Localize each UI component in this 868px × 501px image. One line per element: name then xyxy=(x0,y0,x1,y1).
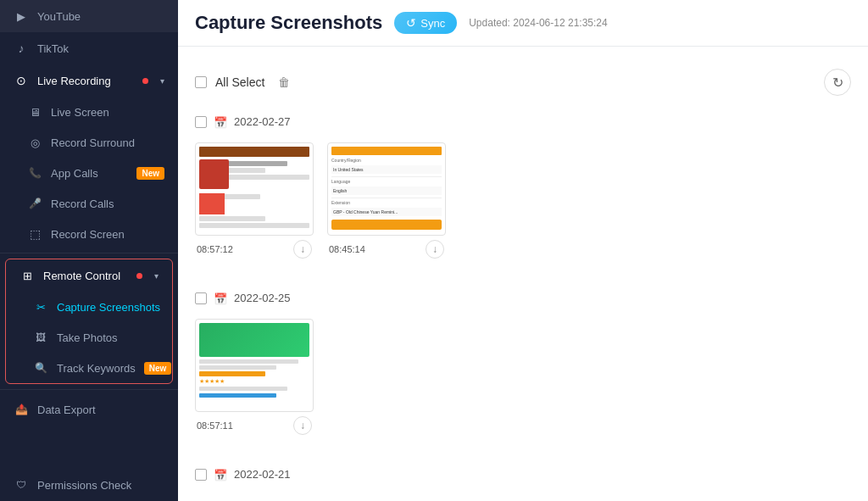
date-label-3: 2022-02-21 xyxy=(234,468,291,481)
download-button-2[interactable] xyxy=(426,240,444,259)
all-select-checkbox[interactable] xyxy=(195,76,207,88)
sidebar-item-record-surround[interactable]: Record Surround xyxy=(0,127,178,158)
sidebar-item-label: YouTube xyxy=(37,10,81,23)
screenshot-meta-1: 08:57:12 xyxy=(195,236,314,260)
sidebar-item-label: Record Calls xyxy=(51,198,114,210)
date-checkbox-1[interactable] xyxy=(195,116,207,128)
screenshots-grid-2: ★★★★★ 08:57:11 xyxy=(195,312,851,443)
all-select-bar: All Select xyxy=(195,60,851,108)
screenshot-frame-1[interactable] xyxy=(195,142,314,236)
export-icon xyxy=(14,402,29,417)
screenshot-card-1: 08:57:12 xyxy=(195,142,314,260)
shield-icon xyxy=(14,477,29,493)
sidebar-item-label: Remote Control xyxy=(43,270,120,282)
download-icon-3 xyxy=(300,420,305,431)
time-value-3: 08:57:11 xyxy=(197,420,233,431)
date-section-3: 2022-02-21 xyxy=(195,460,851,488)
sidebar-item-record-screen[interactable]: Record Screen xyxy=(0,219,178,249)
page-header: Capture Screenshots Sync Updated: 2024-0… xyxy=(178,0,868,47)
new-badge-keywords: New xyxy=(144,362,172,375)
surround-icon xyxy=(27,135,42,150)
page-title: Capture Screenshots xyxy=(195,12,382,34)
sidebar-item-app-calls[interactable]: App Calls New xyxy=(0,158,178,188)
sidebar: YouTube TikTok Live Recording ▾ Live Scr… xyxy=(0,0,178,501)
monitor-icon xyxy=(27,226,42,242)
sidebar-item-tiktok[interactable]: TikTok xyxy=(0,32,178,64)
screenshots-grid-1: 08:57:12 Country/Region In United States xyxy=(195,136,851,267)
date-header-1: 2022-02-27 xyxy=(195,108,851,136)
sidebar-item-track-keywords[interactable]: Track Keywords New xyxy=(6,353,172,383)
screenshot-time-2: 08:45:14 xyxy=(329,244,365,254)
photo-icon xyxy=(33,330,48,345)
remote-dot xyxy=(136,273,142,279)
time-value-2: 08:45:14 xyxy=(329,244,365,254)
divider2 xyxy=(0,389,178,390)
date-label-2: 2022-02-25 xyxy=(234,292,291,304)
date-section-1: 2022-02-27 xyxy=(195,108,851,267)
sidebar-item-label: Take Photos xyxy=(57,331,118,344)
sidebar-item-youtube[interactable]: YouTube xyxy=(0,0,178,32)
date-label-1: 2022-02-27 xyxy=(234,115,291,128)
youtube-icon xyxy=(14,8,29,24)
keyword-icon xyxy=(33,360,48,376)
screenshot-time-1: 08:57:12 xyxy=(197,244,233,254)
remote-control-icon xyxy=(19,268,35,283)
sidebar-item-label: Record Screen xyxy=(51,228,125,241)
recording-icon xyxy=(14,73,29,88)
trash-icon[interactable] xyxy=(276,75,292,90)
time-value-1: 08:57:12 xyxy=(197,244,233,254)
sidebar-item-data-export[interactable]: Data Export xyxy=(0,393,178,426)
phone-icon xyxy=(27,165,42,181)
refresh-button[interactable] xyxy=(824,69,851,96)
date-checkbox-3[interactable] xyxy=(195,469,207,481)
mic-icon xyxy=(27,196,42,211)
screenshot-card-3: ★★★★★ 08:57:11 xyxy=(195,319,314,437)
sidebar-item-remote-control[interactable]: Remote Control ▾ xyxy=(6,259,172,292)
date-checkbox-2[interactable] xyxy=(195,292,207,304)
sidebar-item-permissions-check[interactable]: Permissions Check xyxy=(0,469,178,501)
updated-text: Updated: 2024-06-12 21:35:24 xyxy=(469,17,607,29)
sidebar-item-live-screen[interactable]: Live Screen xyxy=(0,97,178,127)
sidebar-item-label: Live Recording xyxy=(37,75,111,87)
sync-button[interactable]: Sync xyxy=(394,12,457,34)
sidebar-item-label: Data Export xyxy=(37,404,96,416)
refresh-icon xyxy=(832,75,843,91)
screenshot-frame-2[interactable]: Country/Region In United States Language… xyxy=(327,142,446,236)
capture-icon xyxy=(33,299,48,315)
divider xyxy=(0,253,178,253)
calendar-icon-1 xyxy=(214,114,227,129)
sidebar-item-label: App Calls xyxy=(51,167,98,180)
screenshot-frame-3[interactable]: ★★★★★ xyxy=(195,319,314,412)
screenshot-card-2: Country/Region In United States Language… xyxy=(327,142,446,260)
sidebar-item-label: Live Screen xyxy=(51,106,109,119)
screenshot-time-3: 08:57:11 xyxy=(197,420,233,431)
screenshot-meta-3: 08:57:11 xyxy=(195,412,314,437)
download-icon-2 xyxy=(432,243,437,255)
sidebar-item-record-calls[interactable]: Record Calls xyxy=(0,188,178,219)
remote-control-group: Remote Control ▾ Capture Screenshots Tak… xyxy=(5,259,173,384)
download-button-3[interactable] xyxy=(293,416,312,435)
tiktok-icon xyxy=(14,41,29,56)
new-badge: New xyxy=(136,167,164,180)
live-screen-icon xyxy=(27,104,42,120)
sidebar-item-take-photos[interactable]: Take Photos xyxy=(6,322,172,353)
date-header-2: 2022-02-25 xyxy=(195,284,851,312)
all-select-label: All Select xyxy=(215,75,264,89)
chevron-down-icon: ▾ xyxy=(160,76,164,86)
screenshot-meta-2: 08:45:14 xyxy=(327,236,446,260)
sidebar-spacer xyxy=(0,426,178,469)
date-header-3: 2022-02-21 xyxy=(195,460,851,488)
sidebar-item-label: TikTok xyxy=(37,42,69,55)
sidebar-item-live-recording[interactable]: Live Recording ▾ xyxy=(0,64,178,97)
content-area: All Select 2022-02-27 xyxy=(178,47,868,501)
sidebar-item-label: Record Surround xyxy=(51,136,135,149)
sidebar-item-label: Capture Screenshots xyxy=(57,301,160,314)
sync-label: Sync xyxy=(420,17,445,30)
download-button-1[interactable] xyxy=(293,240,312,259)
sync-icon xyxy=(406,16,416,30)
main-content: Capture Screenshots Sync Updated: 2024-0… xyxy=(178,0,868,501)
sidebar-item-label: Permissions Check xyxy=(37,479,131,492)
live-dot xyxy=(142,78,148,84)
chevron-down-icon: ▾ xyxy=(154,271,159,281)
sidebar-item-capture-screenshots[interactable]: Capture Screenshots xyxy=(6,292,172,322)
